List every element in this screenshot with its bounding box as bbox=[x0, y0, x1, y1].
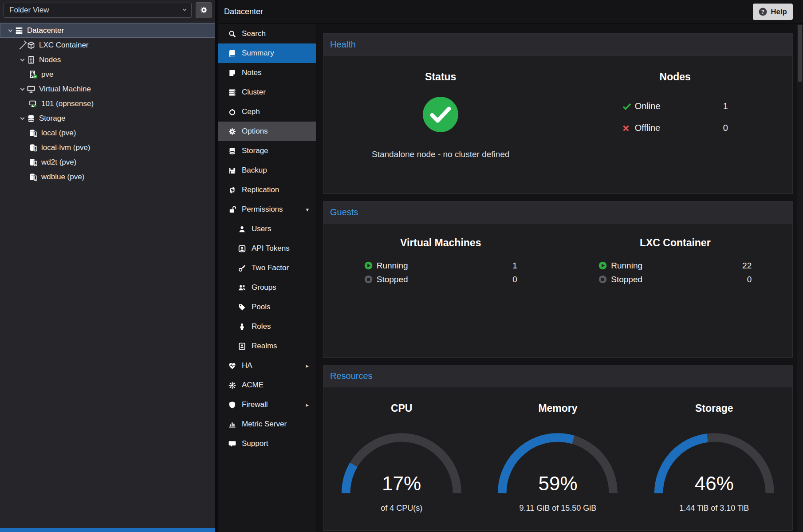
status-title: Status bbox=[323, 71, 558, 83]
vertical-scrollbar-thumb[interactable] bbox=[798, 25, 802, 82]
tree-horizontal-scrollbar-thumb[interactable] bbox=[0, 528, 215, 532]
user-icon bbox=[236, 225, 248, 233]
tree-item-storage-wd2t[interactable]: wd2t (pve) bbox=[0, 155, 215, 169]
help-button-label: Help bbox=[771, 8, 787, 16]
tree-item-label: local (pve) bbox=[40, 129, 76, 138]
tree-item-nodes[interactable]: Nodes bbox=[0, 52, 215, 67]
tree-item-label: pve bbox=[40, 70, 53, 79]
tree-item-storage[interactable]: Storage bbox=[0, 111, 215, 126]
tree-item-vm-101[interactable]: 101 (opnsense) bbox=[0, 96, 215, 111]
memory-gauge-title: Memory bbox=[480, 402, 636, 414]
nav-item-acme[interactable]: ACME bbox=[218, 375, 316, 395]
expander-icon[interactable] bbox=[17, 43, 27, 47]
lxc-stopped-row: Stopped 0 bbox=[598, 272, 752, 286]
main-region: Datacenter ? Help Search Summary bbox=[218, 0, 803, 532]
lxc-running-label: Running bbox=[611, 261, 642, 271]
nav-item-users[interactable]: Users bbox=[218, 219, 316, 239]
resource-tree-panel: Folder View Datacenter LXC Container bbox=[0, 0, 215, 532]
user-group-icon bbox=[236, 284, 248, 292]
status-column: Status Standalone node - no cluster defi… bbox=[323, 56, 558, 193]
guests-section-header: Guests bbox=[323, 201, 793, 223]
nav-item-pools[interactable]: Pools bbox=[218, 297, 316, 317]
nav-item-permissions[interactable]: Permissions ▾ bbox=[218, 200, 316, 219]
nav-item-backup[interactable]: Backup bbox=[218, 161, 316, 180]
nav-item-summary[interactable]: Summary bbox=[218, 43, 316, 63]
running-play-icon bbox=[364, 261, 377, 270]
storage-gauge-value: 46% bbox=[648, 473, 781, 495]
nav-item-notes[interactable]: Notes bbox=[218, 63, 316, 83]
nav-item-api-tokens[interactable]: API Tokens bbox=[218, 239, 316, 258]
vm-running-value: 1 bbox=[512, 261, 517, 271]
nav-item-groups[interactable]: Groups bbox=[218, 278, 316, 297]
nodes-column: Nodes Online 1 Offline 0 bbox=[558, 56, 793, 193]
nav-item-label: Users bbox=[252, 225, 271, 233]
nav-item-label: Firewall bbox=[242, 400, 268, 409]
vm-stopped-row: Stopped 0 bbox=[364, 272, 517, 286]
nav-item-label: Metric Server bbox=[242, 420, 287, 429]
storage-node-icon bbox=[29, 173, 40, 181]
nav-item-firewall[interactable]: Firewall ▸ bbox=[218, 395, 316, 414]
nav-item-storage[interactable]: Storage bbox=[218, 141, 316, 161]
lxc-stopped-value: 0 bbox=[747, 275, 752, 284]
nav-item-label: Two Factor bbox=[252, 264, 289, 272]
starburst-icon bbox=[227, 382, 238, 389]
nav-item-two-factor[interactable]: Two Factor bbox=[218, 258, 316, 278]
tree-item-label: wd2t (pve) bbox=[40, 158, 76, 167]
nodes-title: Nodes bbox=[558, 71, 793, 83]
nav-item-realms[interactable]: Realms bbox=[218, 336, 316, 356]
tree-item-lxc-container[interactable]: LXC Container bbox=[0, 38, 215, 52]
tree-item-label: Nodes bbox=[38, 55, 61, 64]
tree-item-storage-local-lvm[interactable]: local-lvm (pve) bbox=[0, 140, 215, 155]
cpu-gauge-sub: of 4 CPU(s) bbox=[323, 504, 480, 513]
gear-icon bbox=[227, 128, 238, 135]
view-mode-select[interactable]: Folder View bbox=[4, 3, 192, 18]
vertical-scrollbar[interactable] bbox=[797, 24, 803, 532]
nav-item-ha[interactable]: HA ▸ bbox=[218, 356, 316, 375]
chevron-right-icon: ▸ bbox=[306, 363, 309, 369]
vm-column: Virtual Machines Running 1 Stopped bbox=[323, 224, 558, 357]
nav-item-metric-server[interactable]: Metric Server bbox=[218, 414, 316, 434]
nav-item-search[interactable]: Search bbox=[218, 24, 316, 43]
nav-item-label: Storage bbox=[242, 146, 268, 155]
expander-icon[interactable] bbox=[17, 118, 27, 119]
nav-item-roles[interactable]: Roles bbox=[218, 317, 316, 336]
expander-icon[interactable] bbox=[5, 30, 15, 32]
nav-item-ceph[interactable]: Ceph bbox=[218, 102, 316, 122]
storage-gauge-column: Storage 46% 1.44 TiB of 3.10 TiB bbox=[636, 387, 792, 530]
expander-icon[interactable] bbox=[17, 88, 27, 90]
expander-icon[interactable] bbox=[17, 59, 27, 61]
tree-item-virtual-machine[interactable]: Virtual Machine bbox=[0, 82, 215, 96]
building-icon bbox=[27, 56, 38, 64]
right-body: Search Summary Notes Cluster Ceph bbox=[218, 24, 803, 532]
heart-pulse-icon bbox=[227, 362, 238, 370]
nodes-online-row: Online 1 bbox=[622, 95, 728, 117]
resources-section-title: Resources bbox=[330, 371, 373, 381]
sticky-note-icon bbox=[227, 69, 238, 77]
tree-item-storage-wdblue[interactable]: wdblue (pve) bbox=[0, 169, 215, 184]
nav-item-replication[interactable]: Replication bbox=[218, 180, 316, 200]
vm-running-label: Running bbox=[377, 261, 408, 271]
nav-item-label: Notes bbox=[242, 68, 261, 77]
gear-icon bbox=[200, 6, 208, 14]
nav-item-label: Ceph bbox=[242, 107, 260, 116]
nav-item-cluster[interactable]: Cluster bbox=[218, 83, 316, 102]
vm-title: Virtual Machines bbox=[323, 237, 558, 249]
nav-item-support[interactable]: Support bbox=[218, 434, 316, 453]
guests-section-title: Guests bbox=[330, 207, 358, 217]
storage-node-icon bbox=[29, 144, 40, 152]
stopped-stop-icon bbox=[598, 275, 611, 284]
key-icon bbox=[236, 264, 248, 272]
tree-item-pve[interactable]: pve bbox=[0, 67, 215, 82]
tree-item-storage-local[interactable]: local (pve) bbox=[0, 126, 215, 140]
tree-item-label: LXC Container bbox=[38, 41, 89, 50]
online-label: Online bbox=[635, 101, 661, 111]
help-button[interactable]: ? Help bbox=[753, 4, 793, 20]
tree-item-datacenter[interactable]: Datacenter bbox=[0, 23, 215, 38]
tree-settings-button[interactable] bbox=[196, 2, 212, 18]
tree-item-label: Storage bbox=[38, 114, 66, 123]
svg-text:?: ? bbox=[761, 9, 764, 15]
tree-item-label: local-lvm (pve) bbox=[40, 143, 91, 152]
guests-panel: Virtual Machines Running 1 Stopped bbox=[323, 223, 793, 358]
nav-item-options[interactable]: Options bbox=[218, 122, 316, 141]
sync-arrows-icon bbox=[227, 186, 238, 194]
